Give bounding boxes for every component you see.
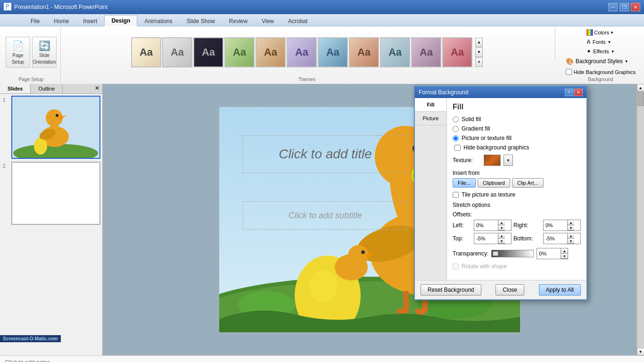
bottom-input[interactable] <box>544 233 567 244</box>
tile-checkbox[interactable] <box>453 192 459 198</box>
scroll-track[interactable] <box>637 91 644 348</box>
clipboard-button[interactable]: Clipboard <box>478 178 510 188</box>
right-spin-up[interactable]: ▲ <box>568 220 574 225</box>
fonts-icon: A <box>586 39 591 45</box>
theme-3[interactable]: Aa <box>193 37 223 67</box>
transparency-input[interactable] <box>537 248 561 259</box>
tab-file[interactable]: File <box>24 15 47 26</box>
top-spin-down[interactable]: ▼ <box>498 239 505 244</box>
top-input[interactable] <box>474 233 498 244</box>
slide-1-number: 1 <box>3 98 6 103</box>
dialog-help-button[interactable]: ? <box>565 89 573 96</box>
file-button[interactable]: File... <box>453 178 476 188</box>
rotate-checkbox[interactable] <box>453 263 459 270</box>
scroll-down-button[interactable]: ▼ <box>637 348 644 355</box>
tab-slideshow[interactable]: Slide Show <box>180 15 222 26</box>
bottom-spin-down[interactable]: ▼ <box>568 239 574 244</box>
right-scrollbar[interactable]: ▲ ▼ <box>636 84 644 355</box>
trans-spin-down[interactable]: ▼ <box>561 254 568 259</box>
theme-scroll-more[interactable]: ▾ <box>475 58 483 67</box>
background-styles-button[interactable]: 🎨 Background Styles ▼ <box>563 57 638 66</box>
tab-view[interactable]: View <box>255 15 281 26</box>
sidebar-tab-slides[interactable]: Slides <box>0 84 31 93</box>
fonts-button[interactable]: A Fonts ▼ <box>584 38 614 46</box>
ribbon-content: 📄 Page Setup 🔄 Slide Orientation Page Se… <box>0 26 644 84</box>
theme-6[interactable]: Aa <box>287 37 317 67</box>
dialog-tab-picture[interactable]: Picture <box>415 112 446 125</box>
slide-2-thumbnail[interactable] <box>11 162 100 225</box>
left-spin-up[interactable]: ▲ <box>498 220 505 225</box>
solid-fill-radio[interactable] <box>453 116 459 123</box>
restore-button[interactable]: ❐ <box>619 3 629 11</box>
tab-review[interactable]: Review <box>222 15 255 26</box>
right-input[interactable] <box>544 220 567 230</box>
left-input[interactable] <box>474 220 498 230</box>
hide-bg-graphics-checkbox[interactable] <box>454 145 461 151</box>
slide-title-placeholder: Click to add title <box>279 147 372 162</box>
bg-styles-dropdown-icon: ▼ <box>625 59 628 64</box>
scroll-thumb[interactable] <box>637 92 644 106</box>
slide-1-thumbnail[interactable] <box>11 96 100 159</box>
sidebar: Slides Outline ✕ 1 <box>0 84 103 355</box>
slide-2-number: 2 <box>3 164 6 169</box>
tab-animations[interactable]: Animations <box>137 15 179 26</box>
themes-strip: Aa Aa Aa Aa Aa Aa Aa Aa Aa Aa Aa <box>131 37 472 67</box>
page-setup-button[interactable]: 📄 Page Setup <box>6 37 30 68</box>
colors-button[interactable]: Colors ▼ <box>584 28 617 37</box>
theme-10[interactable]: Aa <box>411 37 441 67</box>
picture-fill-radio[interactable] <box>453 135 459 141</box>
theme-4[interactable]: Aa <box>224 37 255 67</box>
theme-5[interactable]: Aa <box>256 37 286 67</box>
slide-subtitle-box[interactable]: Click to add subtitle <box>243 201 408 230</box>
clip-art-button[interactable]: Clip Art... <box>512 178 544 188</box>
right-label: Right: <box>513 222 541 229</box>
scroll-up-button[interactable]: ▲ <box>637 84 644 91</box>
tab-acrobat[interactable]: Acrobat <box>281 15 314 26</box>
texture-dropdown-button[interactable]: ▼ <box>504 155 513 166</box>
transparency-slider[interactable] <box>491 250 534 257</box>
theme-9[interactable]: Aa <box>380 37 410 67</box>
theme-7[interactable]: Aa <box>318 37 348 67</box>
bottom-spin: ▲ ▼ <box>567 233 574 244</box>
slide-orientation-button[interactable]: 🔄 Slide Orientation <box>32 37 57 68</box>
theme-office[interactable]: Aa <box>131 37 161 67</box>
gradient-fill-radio[interactable] <box>453 126 459 132</box>
close-button[interactable]: ✕ <box>631 3 640 11</box>
tab-design[interactable]: Design <box>104 15 137 26</box>
minimize-button[interactable]: ─ <box>608 3 618 11</box>
theme-11[interactable]: Aa <box>442 37 472 67</box>
format-background-dialog[interactable]: Format Background ? ✕ Fill Picture Fill <box>414 86 587 300</box>
effects-button[interactable]: ✦ Effects ▼ <box>584 47 617 56</box>
page-setup-icon: 📄 <box>12 40 24 51</box>
dialog-close-button[interactable]: ✕ <box>574 89 583 96</box>
apply-to-all-button[interactable]: Apply to All <box>539 284 581 296</box>
svg-point-28 <box>348 245 369 266</box>
theme-scroll-up[interactable]: ▲ <box>475 38 483 47</box>
hide-bg-checkbox[interactable] <box>566 69 572 75</box>
top-spin-up[interactable]: ▲ <box>498 233 505 239</box>
dialog-tab-fill[interactable]: Fill <box>415 98 446 112</box>
slide-title-box[interactable]: Click to add title <box>243 135 408 173</box>
left-label: Left: <box>453 222 472 229</box>
texture-preview-button[interactable] <box>484 155 501 166</box>
sidebar-close-button[interactable]: ✕ <box>92 84 102 93</box>
rotate-label: Rotate with shape <box>462 263 507 270</box>
notes-bar[interactable]: Click to add notes <box>0 355 644 362</box>
dialog-title-controls: ? ✕ <box>565 89 583 96</box>
picture-fill-row: Picture or texture fill <box>453 135 581 141</box>
left-spin-down[interactable]: ▼ <box>498 225 505 230</box>
theme-scroll-down[interactable]: ▼ <box>475 48 483 57</box>
bottom-spin-up[interactable]: ▲ <box>568 233 574 239</box>
theme-8[interactable]: Aa <box>349 37 379 67</box>
sidebar-tab-outline[interactable]: Outline <box>31 84 63 93</box>
tab-home[interactable]: Home <box>47 15 76 26</box>
theme-scroll-controls: ▲ ▼ ▾ <box>475 38 483 67</box>
tab-insert[interactable]: Insert <box>76 15 104 26</box>
slide-1-bg <box>12 97 99 158</box>
theme-2[interactable]: Aa <box>162 37 192 67</box>
reset-background-button[interactable]: Reset Background <box>421 284 481 296</box>
right-spin-down[interactable]: ▼ <box>568 225 574 230</box>
trans-spin-up[interactable]: ▲ <box>561 248 568 254</box>
left-spin: ▲ ▼ <box>498 220 505 230</box>
close-dialog-button[interactable]: Close <box>495 284 524 296</box>
